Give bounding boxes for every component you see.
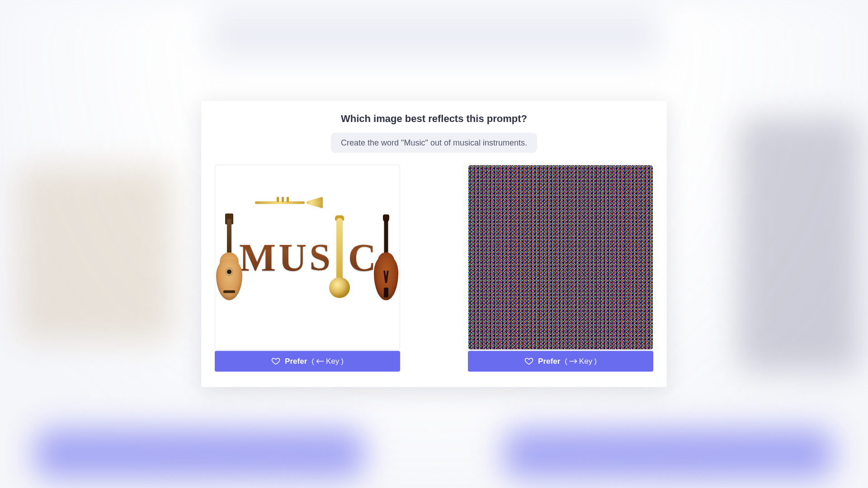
option-right-image[interactable]: [468, 165, 653, 350]
prompt-text: Create the word "Music" out of musical i…: [331, 133, 537, 153]
music-composition: M U S C: [215, 165, 400, 350]
heart-icon: [524, 357, 533, 366]
option-right: Prefer ( Key ): [468, 165, 653, 372]
option-left-image[interactable]: M U S C: [215, 165, 400, 350]
letter-s: S: [308, 239, 332, 277]
comparison-panel: Which image best reflects this prompt? C…: [201, 101, 667, 387]
noise-pattern: [468, 165, 653, 350]
arrow-right-icon: [569, 358, 577, 365]
violin-icon: [380, 215, 392, 300]
prefer-right-button[interactable]: Prefer ( Key ): [468, 351, 653, 372]
option-left: M U S C: [215, 165, 400, 372]
letter-c: C: [347, 238, 378, 277]
arrow-left-icon: [316, 358, 324, 365]
prefer-left-key-hint: ( Key ): [311, 357, 344, 366]
image-pair: M U S C: [215, 165, 653, 372]
prefer-right-label: Prefer: [538, 357, 560, 366]
question-heading: Which image best reflects this prompt?: [215, 113, 653, 125]
prefer-right-key-hint: ( Key ): [565, 357, 597, 366]
brass-horn-icon: [334, 218, 345, 297]
letter-m: M: [238, 238, 278, 277]
prefer-left-button[interactable]: Prefer ( Key ): [215, 351, 400, 372]
trumpet-icon: [255, 197, 323, 208]
heart-icon: [271, 357, 280, 366]
letter-u: U: [278, 238, 308, 277]
prefer-left-label: Prefer: [285, 357, 307, 366]
acoustic-guitar-icon: [222, 215, 236, 300]
